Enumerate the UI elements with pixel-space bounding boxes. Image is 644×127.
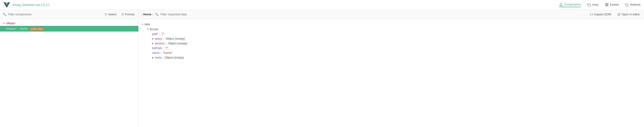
selected-tag-name: <Home> (6, 27, 17, 30)
params-value: Object (empty) (168, 42, 187, 45)
svg-point-2 (560, 5, 561, 6)
tree-root-toggle[interactable] (3, 22, 5, 24)
format-button[interactable]: Format (120, 12, 136, 17)
events-icon (605, 3, 608, 6)
svg-line-18 (619, 13, 620, 14)
svg-point-9 (606, 4, 606, 5)
components-icon (559, 3, 563, 6)
nav-vuex[interactable]: Vuex (587, 3, 599, 7)
name-key: name (152, 51, 160, 54)
nav-refresh[interactable]: Refresh (625, 3, 640, 7)
name-value: "home" (163, 51, 172, 54)
nav-components[interactable]: Components (559, 3, 581, 7)
query-value: Object (empty) (166, 37, 185, 40)
tree-selected-item[interactable]: <Home> = $vm0 router-view (0, 26, 138, 32)
nav-refresh-label: Refresh (630, 3, 640, 6)
meta-row[interactable]: meta : Object (empty) (141, 55, 641, 60)
fullpath-key: fullPath (152, 46, 162, 50)
route-toggle[interactable] (147, 28, 149, 30)
status-text: Ready. Detected Vue 2.5.17. (12, 3, 559, 6)
route-row[interactable]: $route (141, 27, 641, 32)
fullpath-colon: : (163, 46, 164, 50)
path-row: path : "/" (141, 32, 641, 36)
breadcrumb-angle-right: > (152, 13, 153, 16)
breadcrumb-angle-left: < (141, 13, 143, 16)
nav-events[interactable]: Events (605, 3, 619, 7)
meta-key: meta (155, 56, 161, 59)
svg-point-10 (606, 4, 607, 5)
top-nav: Components Vuex Events Refresh (559, 3, 640, 7)
select-icon (104, 13, 108, 16)
svg-line-5 (561, 5, 562, 5)
fullpath-row: fullPath : "/" (141, 46, 641, 50)
toolbar-right: < Home > 🔍 Inspect DOM Open in editor (138, 12, 644, 17)
nav-vuex-label: Vuex (592, 3, 599, 6)
data-toggle[interactable] (141, 23, 144, 26)
select-button[interactable]: Select (103, 12, 118, 17)
inspector-panel: data $route path : "/" query : Object (e… (138, 19, 644, 127)
breadcrumb-home[interactable]: Home (143, 12, 151, 16)
format-label: Format (125, 12, 134, 16)
meta-colon: : (163, 56, 164, 59)
filter-data-input[interactable] (160, 12, 373, 16)
search-icon-right: 🔍 (155, 12, 159, 16)
top-bar: Ready. Detected Vue 2.5.17. Components V… (0, 0, 644, 10)
vue-logo (4, 2, 10, 8)
vuex-icon (587, 3, 591, 6)
select-label: Select (108, 12, 116, 16)
filter-components-input[interactable] (8, 12, 101, 16)
params-row[interactable]: params : Object (empty) (141, 41, 641, 46)
svg-point-11 (608, 4, 608, 5)
route-key: $route (150, 28, 158, 31)
query-key: query (155, 37, 162, 40)
router-view-badge: router-view (29, 27, 44, 30)
svg-point-14 (608, 6, 608, 6)
breadcrumb: < Home > (141, 12, 153, 16)
svg-point-12 (606, 6, 606, 6)
meta-value: Object (empty) (165, 56, 184, 59)
data-section-header[interactable]: data (141, 22, 641, 27)
svg-point-7 (606, 4, 607, 4)
fullpath-value: "/" (166, 46, 168, 50)
inspect-dom-button[interactable]: Inspect DOM (588, 12, 612, 17)
inspect-dom-icon (590, 13, 593, 16)
toolbar-left: 🔍 Select Format (0, 12, 138, 17)
params-colon: : (166, 42, 167, 45)
open-editor-icon (618, 13, 620, 16)
search-icon-left: 🔍 (3, 12, 6, 16)
refresh-icon (625, 3, 629, 6)
svg-point-6 (606, 4, 606, 4)
main-content: <Root> <Home> = $vm0 router-view data $r… (0, 19, 644, 127)
tree-root-node[interactable]: <Root> (0, 21, 138, 26)
data-section-label: data (144, 22, 150, 26)
inspect-dom-label: Inspect DOM (594, 12, 611, 16)
path-key: path (152, 32, 158, 36)
meta-toggle[interactable] (152, 56, 154, 59)
name-row: name : "home" (141, 50, 641, 55)
svg-point-3 (562, 5, 562, 6)
tree-root-label: <Root> (6, 22, 16, 25)
toolbar: 🔍 Select Format < Home > 🔍 (0, 10, 644, 19)
query-row[interactable]: query : Object (empty) (141, 36, 641, 41)
query-colon: : (164, 37, 164, 40)
data-section: data $route path : "/" query : Object (e… (138, 21, 644, 61)
selected-var-name: = $vm0 (18, 27, 28, 30)
format-icon (121, 13, 124, 16)
svg-point-8 (608, 4, 608, 4)
component-tree-panel: <Root> <Home> = $vm0 router-view (0, 19, 138, 127)
svg-point-0 (561, 3, 562, 4)
toolbar-actions: Inspect DOM Open in editor (588, 12, 641, 17)
svg-point-13 (606, 6, 607, 6)
nav-components-label: Components (564, 3, 581, 6)
open-editor-label: Open in editor (622, 12, 640, 16)
query-toggle[interactable] (152, 38, 154, 40)
params-toggle[interactable] (152, 42, 154, 44)
svg-line-4 (561, 5, 561, 5)
name-colon: : (161, 51, 162, 54)
path-value: "/" (161, 32, 164, 36)
nav-events-label: Events (610, 3, 619, 6)
open-editor-button[interactable]: Open in editor (616, 12, 641, 17)
path-colon: : (159, 32, 160, 36)
params-key: params (155, 42, 164, 45)
